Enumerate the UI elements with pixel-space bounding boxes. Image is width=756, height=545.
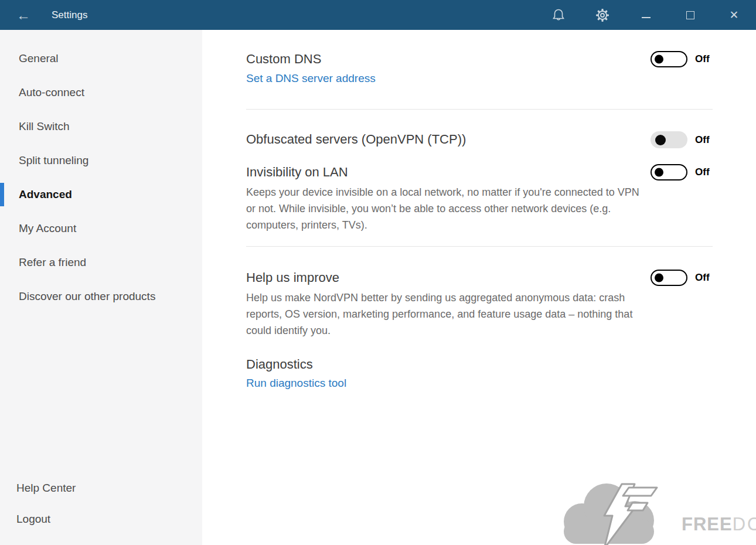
obfuscated-servers-toggle bbox=[651, 131, 687, 148]
invisibility-lan-toggle[interactable] bbox=[651, 164, 687, 180]
titlebar-controls: ✕ bbox=[536, 0, 756, 30]
sidebar-item-auto-connect[interactable]: Auto-connect bbox=[0, 76, 202, 110]
diagnostics-title: Diagnostics bbox=[246, 356, 713, 373]
help-us-improve-toggle[interactable] bbox=[651, 270, 687, 286]
sidebar-item-advanced[interactable]: Advanced bbox=[0, 178, 202, 212]
notifications-button[interactable] bbox=[536, 0, 580, 30]
sidebar-footer: Help Center Logout bbox=[0, 472, 202, 534]
sidebar-item-kill-switch[interactable]: Kill Switch bbox=[0, 110, 202, 144]
toggle-knob bbox=[655, 168, 663, 177]
toggle-knob bbox=[655, 135, 666, 145]
obfuscated-servers-state: Off bbox=[695, 134, 713, 146]
gear-icon bbox=[595, 8, 609, 22]
divider bbox=[246, 246, 713, 247]
settings-sidebar: General Auto-connect Kill Switch Split t… bbox=[0, 30, 202, 545]
toggle-knob bbox=[655, 274, 663, 282]
setting-invisibility-lan: Invisibility on LAN Keeps your device in… bbox=[246, 164, 713, 233]
sidebar-item-split-tunneling[interactable]: Split tunneling bbox=[0, 144, 202, 178]
maximize-icon bbox=[686, 11, 694, 19]
setting-help-us-improve: Help us improve Help us make NordVPN bet… bbox=[246, 269, 713, 339]
toggle-knob bbox=[655, 55, 663, 64]
maximize-button[interactable] bbox=[668, 0, 712, 30]
run-diagnostics-link[interactable]: Run diagnostics tool bbox=[246, 376, 346, 391]
setting-diagnostics: Diagnostics Run diagnostics tool bbox=[246, 356, 713, 391]
setting-custom-dns: Custom DNS Set a DNS server address Off bbox=[246, 50, 713, 86]
advanced-settings-panel: Custom DNS Set a DNS server address Off … bbox=[202, 30, 756, 545]
obfuscated-servers-title: Obfuscated servers (OpenVPN (TCP)) bbox=[246, 131, 651, 148]
custom-dns-state: Off bbox=[695, 53, 713, 65]
bell-icon bbox=[552, 8, 565, 22]
set-dns-address-link[interactable]: Set a DNS server address bbox=[246, 71, 376, 86]
sidebar-item-general[interactable]: General bbox=[0, 42, 202, 76]
minimize-icon bbox=[642, 17, 651, 18]
help-us-improve-title: Help us improve bbox=[246, 269, 651, 287]
sidebar-nav: General Auto-connect Kill Switch Split t… bbox=[0, 30, 202, 314]
sidebar-item-my-account[interactable]: My Account bbox=[0, 212, 202, 246]
invisibility-lan-state: Off bbox=[695, 166, 713, 178]
titlebar: ← Settings bbox=[0, 0, 756, 30]
invisibility-lan-description: Keeps your device invisible on a local n… bbox=[246, 184, 651, 233]
divider bbox=[246, 109, 713, 110]
help-us-improve-state: Off bbox=[695, 272, 713, 284]
settings-button[interactable] bbox=[580, 0, 624, 30]
sidebar-item-logout[interactable]: Logout bbox=[0, 503, 202, 534]
back-button[interactable]: ← bbox=[9, 0, 38, 30]
sidebar-item-refer-a-friend[interactable]: Refer a friend bbox=[0, 246, 202, 280]
window-title: Settings bbox=[52, 0, 536, 30]
setting-obfuscated-servers: Obfuscated servers (OpenVPN (TCP)) Off bbox=[246, 131, 713, 148]
custom-dns-toggle[interactable] bbox=[651, 51, 687, 67]
custom-dns-title: Custom DNS bbox=[246, 50, 651, 68]
sidebar-item-discover-products[interactable]: Discover our other products bbox=[0, 280, 202, 314]
invisibility-lan-title: Invisibility on LAN bbox=[246, 164, 651, 181]
back-arrow-icon: ← bbox=[16, 7, 30, 23]
sidebar-item-help-center[interactable]: Help Center bbox=[0, 472, 202, 503]
minimize-button[interactable] bbox=[624, 0, 668, 30]
close-button[interactable]: ✕ bbox=[712, 0, 756, 30]
help-us-improve-description: Help us make NordVPN better by sending u… bbox=[246, 289, 651, 339]
close-icon: ✕ bbox=[730, 8, 739, 22]
